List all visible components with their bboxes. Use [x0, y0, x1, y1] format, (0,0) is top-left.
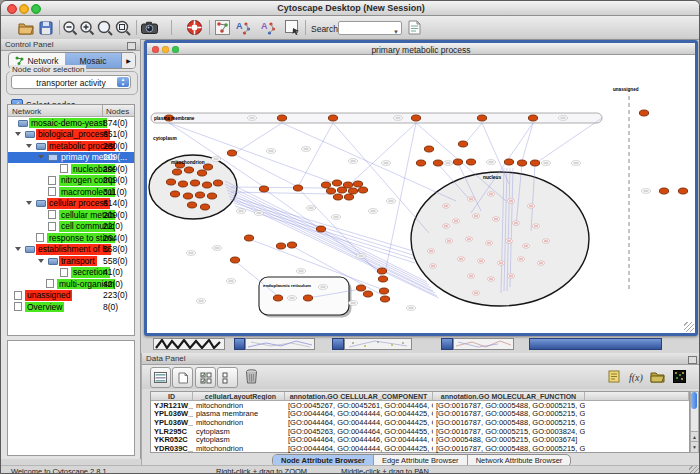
table-cell[interactable]: YDR039C__1 [151, 445, 193, 454]
tree-row[interactable]: primary metabo209(... [8, 152, 134, 164]
graph-node[interactable] [678, 188, 687, 194]
graph-node[interactable] [178, 181, 187, 187]
graph-node[interactable] [328, 115, 337, 121]
tree-row[interactable]: mosaic-demo-yeast874(0) [8, 117, 134, 129]
table-column-header[interactable]: _cellularLayoutRegion [193, 392, 285, 401]
graph-node[interactable] [416, 160, 425, 166]
import-attributes-button[interactable] [648, 367, 667, 386]
graph-node[interactable] [166, 179, 175, 185]
graph-node[interactable] [639, 110, 648, 116]
region-nucleus[interactable] [411, 172, 589, 306]
graph-node[interactable] [348, 188, 357, 194]
table-cell[interactable]: mitochondrion [193, 402, 285, 411]
tree-row[interactable]: nucleobase-209(0) [8, 163, 134, 175]
table-cell[interactable]: cytoplasm [193, 428, 285, 437]
graph-node[interactable] [424, 146, 433, 152]
table-cell[interactable]: [GO:0044464, GO:0044446, GO:0044444, G..… [285, 436, 433, 445]
graph-node[interactable] [195, 192, 204, 198]
table-row[interactable]: YPL036W__1mitochondrion[GO:0044464, GO:0… [151, 419, 689, 428]
tree-row[interactable]: cellular process614(0) [8, 198, 134, 210]
vizmapper-a-button[interactable]: A [234, 19, 251, 36]
network-view-window[interactable]: primary metabolic process plasma membran… [144, 40, 698, 336]
graph-node[interactable] [293, 185, 302, 191]
expand-arrow-icon[interactable] [26, 144, 32, 148]
tree-row[interactable]: cellular metabo209(0) [8, 209, 134, 221]
table-row[interactable]: YLR295Ccytoplasm[GO:0045263, GO:0044464,… [151, 428, 689, 437]
expand-arrow-icon[interactable] [15, 247, 21, 251]
table-cell[interactable]: [GO:0016787, GO:0005488, GO:0005215, G..… [433, 445, 585, 454]
background-window-titlebar[interactable] [332, 338, 344, 350]
graph-node[interactable] [190, 180, 199, 186]
tree-row[interactable]: macromolecule311(0) [8, 186, 134, 198]
table-cell[interactable]: [GO:0016787, GO:0005215, GO:0003824, G..… [433, 428, 585, 437]
attribute-select-button[interactable] [150, 367, 171, 388]
graph-node[interactable] [356, 285, 365, 291]
graph-node[interactable] [277, 115, 286, 121]
background-window-titlebar[interactable] [441, 338, 453, 350]
search-dropdown-arrow-icon[interactable]: ▼ [393, 29, 399, 35]
tree-col-network[interactable]: Network [12, 107, 41, 116]
graph-node[interactable] [358, 187, 367, 193]
network-overview-button[interactable] [214, 19, 231, 36]
tree-row[interactable]: metabolic process280(0) [8, 140, 134, 152]
graph-node[interactable] [504, 159, 513, 165]
save-session-button[interactable] [37, 19, 54, 36]
graph-node[interactable] [244, 235, 253, 241]
scroll-down-button[interactable]: ▼ [691, 441, 698, 452]
attribute-matrix-button[interactable] [670, 367, 689, 386]
table-cell[interactable]: YJR121W__1 [151, 402, 193, 411]
graph-node[interactable] [458, 141, 467, 147]
tree-row[interactable]: secretion41(0) [8, 267, 134, 279]
graph-node[interactable] [477, 115, 486, 121]
graph-node[interactable] [203, 164, 212, 170]
graph-node[interactable] [326, 188, 335, 194]
table-cell[interactable]: YLR295C [151, 428, 193, 437]
graph-node[interactable] [344, 194, 353, 200]
delete-attribute-button[interactable] [242, 367, 261, 386]
tabs-overflow-button[interactable]: ▶ [121, 53, 135, 68]
table-cell[interactable]: YKR052C [151, 436, 193, 445]
table-cell[interactable]: mitochondrion [193, 445, 285, 454]
float-panel-icon[interactable] [688, 356, 697, 364]
graph-node[interactable] [659, 188, 668, 194]
zoom-in-button[interactable] [78, 19, 95, 36]
float-panel-icon[interactable] [127, 42, 136, 50]
zoom-out-button[interactable] [61, 19, 78, 36]
graph-node[interactable] [172, 169, 181, 175]
zoom-selected-button[interactable] [114, 19, 131, 36]
network-resize-grip[interactable] [684, 322, 694, 332]
scrollbar-thumb[interactable] [691, 392, 697, 409]
table-cell[interactable]: [GO:0044464, GO:0044444, GO:0044425, G..… [285, 445, 433, 454]
background-window-titlebar[interactable] [529, 338, 662, 350]
table-column-header[interactable]: annotation.GO CELLULAR_COMPONENT [285, 392, 433, 401]
tree-row[interactable]: response to stimulu264(0) [8, 232, 134, 244]
unselect-attributes-button[interactable] [217, 367, 238, 388]
window-resize-grip[interactable] [689, 466, 699, 474]
background-window-overview[interactable] [153, 338, 225, 350]
graph-node[interactable] [197, 170, 206, 176]
tree-col-nodes[interactable]: Nodes [106, 107, 129, 116]
graph-node[interactable] [207, 193, 216, 199]
graph-node[interactable] [202, 182, 211, 188]
table-column-header[interactable]: annotation.GO MOLECULAR_FUNCTION [433, 392, 585, 401]
table-cell[interactable]: mitochondrion [193, 419, 285, 428]
graph-node[interactable] [337, 187, 346, 193]
graph-node[interactable] [170, 191, 179, 197]
graph-node[interactable] [332, 180, 341, 186]
window-titlebar[interactable]: Cytoscape Desktop (New Session) [1, 1, 700, 16]
table-cell[interactable]: [GO:0044464, GO:0044444, GO:0044425, G..… [285, 410, 433, 419]
table-cell[interactable]: [GO:0045267, GO:0045261, GO:0044464, G..… [285, 402, 433, 411]
background-window-preview[interactable] [245, 338, 315, 350]
expand-arrow-icon[interactable] [15, 132, 21, 136]
expand-arrow-icon[interactable] [38, 259, 44, 263]
table-cell[interactable]: YPL036W__1 [151, 419, 193, 428]
graph-node[interactable] [273, 295, 282, 301]
table-cell[interactable]: [GO:0016787, GO:0005488, GO:0005215, G..… [433, 410, 585, 419]
graph-node[interactable] [530, 160, 539, 166]
graph-node[interactable] [466, 159, 475, 165]
dropdown-stepper-icon[interactable]: ▲▼ [117, 77, 129, 87]
table-column-header[interactable] [585, 392, 689, 401]
graph-node[interactable] [433, 160, 442, 166]
graph-node[interactable] [230, 257, 239, 263]
select-filter-button[interactable] [284, 19, 301, 36]
